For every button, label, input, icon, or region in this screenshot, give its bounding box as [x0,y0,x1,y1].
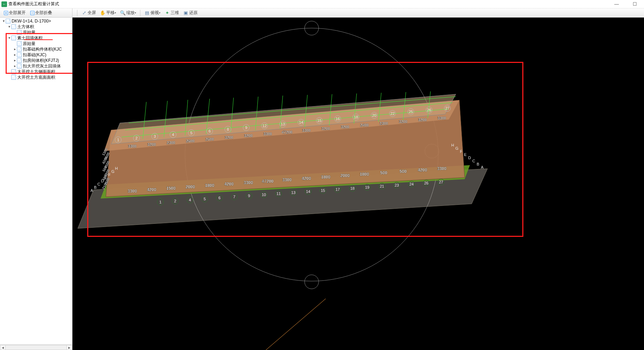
body: DKW-1<14, D-1700> 土方体积 原始量 素土回填体积 [0,18,644,350]
maximize-button[interactable]: ☐ [630,1,640,8]
svg-text:1: 1 [117,138,119,142]
tree-node-bf-foundation-vol[interactable]: 扣基础构件体积(KJC [0,46,72,52]
svg-text:9: 9 [245,125,247,130]
expand-all-button[interactable]: 全部展开 [2,9,27,17]
svg-text:3200: 3200 [321,127,330,131]
svg-text:11: 11 [276,192,281,196]
viewport-3d[interactable]: 123456891213141516182022252627 124567910… [72,18,644,350]
perspective-button[interactable]: ▤俯视▾ [142,9,162,17]
tree-expand-icon[interactable] [1,18,6,24]
three-d-icon: ✦ [164,10,170,16]
svg-text:500: 500 [400,169,407,174]
doc-icon [17,52,22,57]
svg-text:2600: 2600 [205,137,214,141]
svg-text:4: 4 [172,132,174,137]
svg-text:C: C [472,159,475,163]
scroll-left-icon[interactable]: ◂ [0,345,6,350]
tree-node-earth-orig[interactable]: 原始量 [0,30,72,35]
svg-text:1: 1 [159,200,161,204]
svg-text:14: 14 [299,120,303,124]
tree-label: 大开挖土方侧面面积 [17,69,56,74]
svg-text:4: 4 [189,198,191,202]
tree-node-bf-orig[interactable]: 原始量 [0,41,72,46]
svg-text:1800: 1800 [360,172,369,177]
svg-text:3200: 3200 [399,119,407,124]
svg-text:A: A [481,165,484,169]
fullscreen-button[interactable]: ⤢全屏 [79,9,98,17]
svg-text:1500: 1500 [166,186,176,191]
svg-text:9: 9 [248,194,250,198]
doc-icon [17,64,22,69]
tree-expand-icon[interactable] [7,24,11,30]
svg-text:3: 3 [154,134,156,138]
tree-expand-icon[interactable] [13,58,17,63]
tree-node-bottom-area[interactable]: 大开挖土方底面面积 [0,74,72,80]
tree-label: DKW-1<14, D-1700> [11,18,51,24]
scroll-right-icon[interactable]: ▸ [66,345,72,350]
doc-icon [17,47,22,52]
scroll-track[interactable] [6,345,66,350]
svg-text:3300: 3300 [244,180,253,185]
tree-node-earth-vol[interactable]: 土方体积 [0,24,72,30]
fullscreen-label: 全屏 [88,10,96,16]
svg-text:47200: 47200 [282,130,293,134]
tree-label: 原始量 [23,30,36,35]
svg-text:H: H [451,143,454,147]
svg-text:H: H [115,166,118,170]
zoom-icon: 🔍 [120,10,126,16]
svg-text:19: 19 [365,185,369,189]
svg-text:15: 15 [321,188,325,193]
svg-text:18: 18 [354,115,358,119]
svg-text:2300: 2300 [380,121,388,125]
doc-icon [11,75,16,80]
svg-text:3200: 3200 [147,142,156,147]
svg-text:6: 6 [218,196,221,200]
tree-expand-icon[interactable] [13,46,17,52]
svg-text:13: 13 [291,190,295,195]
tree-expand-icon[interactable] [7,35,11,41]
tree-node-bf-large-excav[interactable]: 扣大开挖灰土回填体 [0,63,72,69]
svg-text:4200: 4200 [302,176,311,181]
svg-text:2: 2 [135,136,138,140]
collapse-all-button[interactable]: 全部折叠 [28,9,54,17]
tree-node-bf-room-vol[interactable]: 扣房间体积(KFJTJ) [0,58,72,63]
chevron-down-icon: ▾ [115,11,116,14]
doc-icon [17,58,22,63]
svg-text:3200: 3200 [244,134,253,138]
tree-node-backfill[interactable]: 素土回填体积 [0,35,72,41]
three-d-button[interactable]: ✦三维 [162,9,181,17]
pan-button[interactable]: ✋平移▾ [98,9,118,17]
window-controls: — ☐ [612,1,643,8]
svg-text:3200: 3200 [418,118,427,122]
svg-text:20: 20 [372,113,376,117]
tree-node-bf-foundation[interactable]: 扣基础(KJC) [0,52,72,58]
restore-button[interactable]: ▣还原 [181,9,199,17]
tree-expand-icon[interactable] [13,63,17,69]
tree-node-root[interactable]: DKW-1<14, D-1700> [0,18,72,24]
restore-label: 还原 [189,10,198,16]
svg-text:2600: 2600 [186,139,195,143]
tree-horizontal-scrollbar[interactable]: ◂ ▸ [0,344,72,350]
svg-text:27: 27 [439,180,443,184]
zoom-button[interactable]: 🔍缩放▾ [118,9,138,17]
tree-label: 原始量 [23,41,36,46]
window-title: 查看构件图元工程量计算式 [8,1,612,7]
fullscreen-icon: ⤢ [81,10,87,16]
tree-label: 扣基础(KJC) [23,52,47,58]
svg-text:21: 21 [380,184,384,188]
viewport-toolbar: ⤢全屏 ✋平移▾ 🔍缩放▾ ▤俯视▾ ✦三维 ▣还原 [72,8,644,17]
separator [140,10,140,16]
tree-expand-icon[interactable] [13,52,17,58]
chevron-down-icon: ▾ [159,11,160,14]
doc-icon [11,35,16,40]
svg-text:3300: 3300 [437,166,447,171]
tree-label: 扣大开挖灰土回填体 [23,63,61,69]
svg-text:E: E [464,153,466,157]
doc-icon [17,41,22,46]
tree-view[interactable]: DKW-1<14, D-1700> 土方体积 原始量 素土回填体积 [0,18,72,344]
tree-node-side-area[interactable]: 大开挖土方侧面面积 [0,69,72,74]
svg-text:3200: 3200 [225,135,233,140]
svg-point-2 [305,275,319,289]
svg-text:14: 14 [306,189,310,194]
minimize-button[interactable]: — [612,1,621,8]
